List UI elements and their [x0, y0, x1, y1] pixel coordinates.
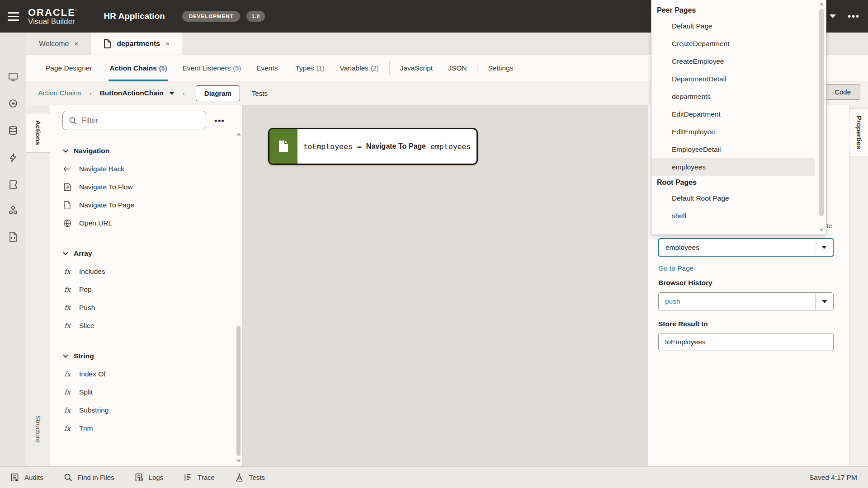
tab-divider [477, 61, 477, 75]
component-icon[interactable] [8, 179, 19, 190]
fx-icon: fx [62, 387, 72, 397]
tab-json[interactable]: JSON [440, 55, 474, 81]
overflow-menu-icon[interactable]: ••• [848, 11, 860, 22]
scroll-up-icon[interactable] [819, 2, 824, 5]
structure-tab[interactable]: Structure [26, 409, 50, 449]
action-pop[interactable]: fx Pop [62, 281, 242, 299]
left-tab-strip: Actions Structure [26, 105, 50, 466]
tab-page-designer[interactable]: Page Designer [38, 55, 102, 81]
go-to-page-link[interactable]: Go to Page [658, 264, 693, 272]
tests-view-button[interactable]: Tests [252, 89, 268, 97]
database-icon[interactable] [8, 125, 19, 136]
root-pages-group-header: Root Pages [651, 176, 826, 189]
navigate-to-page-action-node[interactable]: toEmployees = Navigate To Page employees [268, 128, 478, 165]
combobox-dropdown-button[interactable] [815, 293, 833, 310]
tab-welcome[interactable]: Welcome × [26, 33, 91, 55]
scrollbar-thumb[interactable] [819, 9, 824, 216]
close-icon[interactable]: × [165, 40, 170, 47]
chevron-down-icon [62, 148, 69, 154]
dropdown-option-selected[interactable]: employees [651, 158, 815, 176]
dropdown-option[interactable]: Default Root Page [651, 189, 826, 207]
store-result-input[interactable]: toEmployees [658, 333, 834, 351]
actions-palette-panel: Filter ••• Navigation Navigate Back Navi… [50, 105, 243, 466]
dropdown-option[interactable]: CreateDepartment [651, 35, 826, 52]
right-tab-strip: Properties [849, 105, 868, 466]
user-menu-caret-icon[interactable] [830, 14, 836, 18]
action-list: Navigation Navigate Back Navigate To Flo… [50, 130, 242, 437]
dropdown-option[interactable]: shell [651, 207, 826, 225]
dropdown-scrollbar[interactable] [818, 1, 825, 233]
action-includes[interactable]: fx Includes [62, 263, 242, 281]
action-split[interactable]: fx Split [62, 383, 242, 401]
tab-events[interactable]: Events [249, 55, 288, 81]
dropdown-option[interactable]: EmployeeDetail [651, 141, 826, 158]
tab-variables[interactable]: Variables(2) [332, 55, 387, 81]
screen-icon[interactable] [8, 71, 19, 82]
section-array[interactable]: Array [62, 244, 242, 263]
dropdown-option[interactable]: EditEmployee [651, 123, 826, 141]
lightning-icon[interactable] [8, 152, 19, 163]
action-open-url[interactable]: Open URL [62, 214, 242, 232]
breadcrumb-current-chain[interactable]: ButtonActionChain [100, 89, 175, 97]
filter-placeholder: Filter [82, 117, 98, 125]
browser-history-value[interactable]: push [659, 297, 815, 305]
action-navigate-to-page[interactable]: Navigate To Page [62, 196, 242, 214]
diagram-view-button[interactable]: Diagram [196, 85, 240, 101]
tab-types[interactable]: Types(1) [288, 55, 332, 81]
code-file-icon[interactable] [8, 231, 19, 242]
action-navigate-to-flow[interactable]: Navigate To Flow [62, 178, 242, 196]
scroll-up-icon[interactable] [236, 132, 241, 136]
browser-history-combobox[interactable]: push [658, 292, 834, 310]
action-slice[interactable]: fx Slice [62, 317, 242, 335]
visual-builder-app: ORACLE’ Visual Builder HR Application DE… [0, 0, 868, 488]
section-string[interactable]: String [62, 347, 242, 365]
breadcrumb-action-chains-link[interactable]: Action Chains [38, 89, 81, 97]
palette-scrollbar[interactable] [236, 132, 241, 463]
tab-event-listeners[interactable]: Event Listeners(5) [175, 55, 249, 81]
tab-departments[interactable]: departments × [91, 33, 182, 55]
code-view-button[interactable]: Code [825, 84, 860, 100]
logs-button[interactable]: Logs [134, 473, 164, 482]
combobox-dropdown-button[interactable] [815, 239, 833, 256]
scroll-down-icon[interactable] [819, 229, 824, 232]
tab-action-chains[interactable]: Action Chains(5) [102, 55, 175, 81]
tab-settings[interactable]: Settings [480, 55, 521, 81]
actions-tab[interactable]: Actions [26, 113, 50, 153]
filter-input[interactable]: Filter [62, 111, 206, 130]
action-navigate-back[interactable]: Navigate Back [62, 160, 242, 178]
palette-menu-icon[interactable]: ••• [214, 116, 225, 126]
environment-badge: DEVELOPMENT [182, 11, 241, 22]
close-icon[interactable]: × [74, 40, 78, 47]
tab-javascript[interactable]: JavaScript [392, 55, 440, 81]
dropdown-option[interactable]: CreateEmployee [651, 52, 826, 70]
page-combobox[interactable]: employees [658, 238, 834, 257]
visual-icon[interactable] [8, 98, 19, 109]
diagram-canvas[interactable]: toEmployees = Navigate To Page employees [243, 105, 648, 466]
create-link-fragment[interactable]: te [826, 222, 832, 230]
find-in-files-button[interactable]: Find in Files [63, 473, 114, 482]
shapes-icon[interactable] [8, 205, 19, 216]
trace-button[interactable]: Trace [183, 473, 215, 482]
audits-button[interactable]: Audits [10, 473, 43, 482]
dropdown-option[interactable]: Default Page [651, 17, 826, 35]
properties-tab[interactable]: Properties [849, 108, 868, 156]
chevron-down-icon[interactable] [169, 92, 175, 95]
scroll-down-icon[interactable] [236, 460, 241, 463]
tests-button[interactable]: Tests [235, 473, 265, 482]
menu-icon[interactable] [0, 0, 26, 33]
arrow-left-icon [62, 164, 72, 174]
action-push[interactable]: fx Push [62, 299, 242, 317]
store-result-label: Store Result In [658, 320, 708, 328]
logs-icon [134, 473, 144, 482]
chevron-down-icon [62, 353, 69, 359]
dropdown-option[interactable]: DepartmentDetail [651, 70, 826, 88]
action-substring[interactable]: fx Substring [62, 401, 242, 419]
dropdown-option[interactable]: EditDepartment [651, 105, 826, 123]
page-combobox-value[interactable]: employees [659, 244, 815, 252]
action-index-of[interactable]: fx Index Of [62, 365, 242, 383]
section-navigation[interactable]: Navigation [62, 142, 242, 160]
scrollbar-thumb[interactable] [236, 326, 241, 456]
action-trim[interactable]: fx Trim [62, 419, 242, 437]
dropdown-option[interactable]: departments [651, 88, 826, 105]
tab-welcome-label: Welcome [39, 40, 69, 48]
